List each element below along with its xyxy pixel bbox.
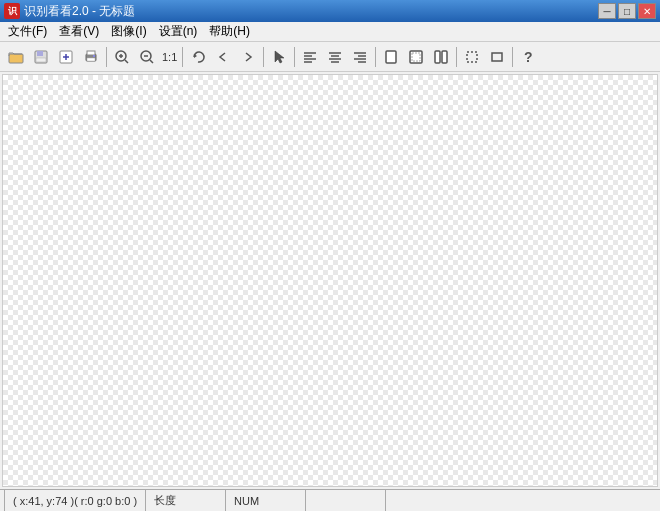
svg-rect-2 xyxy=(37,51,43,56)
svg-rect-3 xyxy=(36,58,46,62)
open-icon xyxy=(8,49,24,65)
title-bar: 识 识别看看2.0 - 无标题 ─ □ ✕ xyxy=(0,0,660,22)
menu-file[interactable]: 文件(F) xyxy=(2,21,53,42)
svg-line-13 xyxy=(150,60,153,63)
split-button[interactable] xyxy=(429,45,453,69)
svg-rect-33 xyxy=(492,53,502,61)
close-button[interactable]: ✕ xyxy=(638,3,656,19)
maximize-button[interactable]: □ xyxy=(618,3,636,19)
window-title: 识别看看2.0 - 无标题 xyxy=(24,3,135,20)
zoom-in-icon xyxy=(114,49,130,65)
crop-button[interactable] xyxy=(460,45,484,69)
length-segment: 长度 xyxy=(146,490,226,511)
canvas-grid xyxy=(3,75,657,486)
svg-rect-6 xyxy=(87,51,95,55)
svg-rect-30 xyxy=(435,51,440,63)
rotate-left-icon xyxy=(190,49,206,65)
num-segment: NUM xyxy=(226,490,306,511)
zoom-in-button[interactable] xyxy=(110,45,134,69)
crop-icon xyxy=(464,49,480,65)
rectangle-icon xyxy=(489,49,505,65)
new-button[interactable] xyxy=(54,45,78,69)
title-bar-left: 识 识别看看2.0 - 无标题 xyxy=(4,3,135,20)
fit-button[interactable] xyxy=(404,45,428,69)
cursor-icon xyxy=(271,49,287,65)
menu-bar: 文件(F) 查看(V) 图像(I) 设置(n) 帮助(H) xyxy=(0,22,660,42)
svg-rect-0 xyxy=(9,54,23,63)
window-controls: ─ □ ✕ xyxy=(598,3,656,19)
svg-rect-32 xyxy=(467,52,477,62)
rotate-left-button[interactable] xyxy=(186,45,210,69)
app-icon-text: 识 xyxy=(8,5,17,18)
svg-point-8 xyxy=(93,55,95,57)
status-bar: ( x:41, y:74 )( r:0 g:0 b:0 ) 长度 NUM xyxy=(0,489,660,511)
rectangle-button[interactable] xyxy=(485,45,509,69)
canvas-area[interactable] xyxy=(2,74,658,487)
fit-icon xyxy=(408,49,424,65)
split-icon xyxy=(433,49,449,65)
help-button[interactable]: ? xyxy=(516,45,540,69)
menu-view[interactable]: 查看(V) xyxy=(53,21,105,42)
zoom-out-button[interactable] xyxy=(135,45,159,69)
main-content xyxy=(0,72,660,489)
open-button[interactable] xyxy=(4,45,28,69)
save-button[interactable] xyxy=(29,45,53,69)
coords-segment: ( x:41, y:74 )( r:0 g:0 b:0 ) xyxy=(4,490,146,511)
separator-6 xyxy=(456,47,457,67)
svg-rect-7 xyxy=(87,58,95,61)
app-icon: 识 xyxy=(4,3,20,19)
zoom-label: 1:1 xyxy=(160,51,179,63)
separator-1 xyxy=(106,47,107,67)
toolbar: 1:1 xyxy=(0,42,660,72)
svg-line-10 xyxy=(125,60,128,63)
save-icon xyxy=(33,49,49,65)
align-left-button[interactable] xyxy=(298,45,322,69)
print-icon xyxy=(83,49,99,65)
page-icon xyxy=(383,49,399,65)
zoom-out-icon xyxy=(139,49,155,65)
print-button[interactable] xyxy=(79,45,103,69)
align-left-icon xyxy=(302,49,318,65)
back-button[interactable] xyxy=(211,45,235,69)
separator-4 xyxy=(294,47,295,67)
menu-image[interactable]: 图像(I) xyxy=(105,21,152,42)
separator-3 xyxy=(263,47,264,67)
forward-icon xyxy=(240,49,256,65)
page-button[interactable] xyxy=(379,45,403,69)
align-right-icon xyxy=(352,49,368,65)
separator-2 xyxy=(182,47,183,67)
new-icon xyxy=(58,49,74,65)
svg-rect-27 xyxy=(386,51,396,63)
align-right-button[interactable] xyxy=(348,45,372,69)
minimize-button[interactable]: ─ xyxy=(598,3,616,19)
separator-7 xyxy=(512,47,513,67)
menu-help[interactable]: 帮助(H) xyxy=(203,21,256,42)
menu-settings[interactable]: 设置(n) xyxy=(153,21,204,42)
align-center-button[interactable] xyxy=(323,45,347,69)
svg-rect-31 xyxy=(442,51,447,63)
align-center-icon xyxy=(327,49,343,65)
help-icon: ? xyxy=(524,49,533,65)
empty-segment xyxy=(306,490,386,511)
back-icon xyxy=(215,49,231,65)
forward-button[interactable] xyxy=(236,45,260,69)
cursor-button[interactable] xyxy=(267,45,291,69)
separator-5 xyxy=(375,47,376,67)
